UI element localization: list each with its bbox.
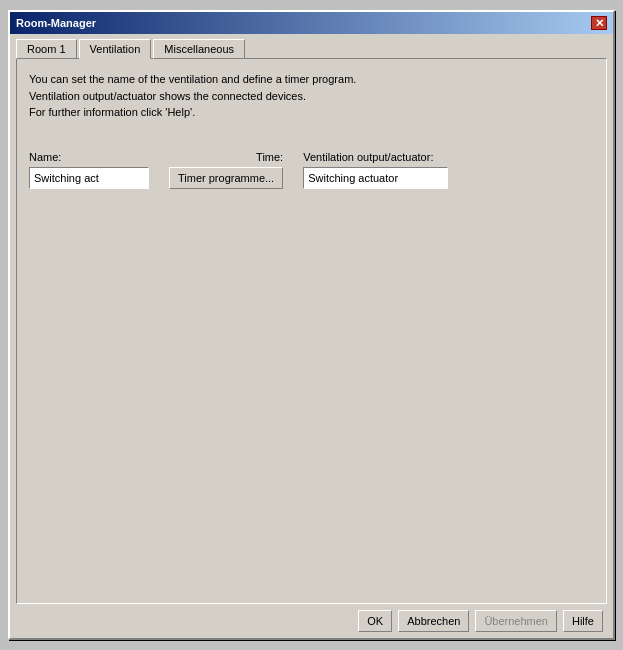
ok-button[interactable]: OK <box>358 610 392 632</box>
main-window: Room-Manager ✕ Room 1 Ventilation Miscel… <box>8 10 615 640</box>
time-label: Time: <box>256 151 283 163</box>
window-title: Room-Manager <box>16 17 96 29</box>
desc-line1: You can set the name of the ventilation … <box>29 71 594 88</box>
description: You can set the name of the ventilation … <box>29 71 594 121</box>
name-input[interactable] <box>29 167 149 189</box>
tab-content: You can set the name of the ventilation … <box>16 58 607 604</box>
actuator-label: Ventilation output/actuator: <box>303 151 448 163</box>
help-button[interactable]: Hilfe <box>563 610 603 632</box>
name-label: Name: <box>29 151 149 163</box>
apply-button[interactable]: Übernehmen <box>475 610 557 632</box>
tab-ventilation[interactable]: Ventilation <box>79 39 152 59</box>
close-button[interactable]: ✕ <box>591 16 607 30</box>
tab-bar: Room 1 Ventilation Miscellaneous <box>10 34 613 58</box>
fields-row: Name: Time: Timer programme... Ventilati… <box>29 151 594 189</box>
tab-room1[interactable]: Room 1 <box>16 39 77 59</box>
desc-line2: Ventilation output/actuator shows the co… <box>29 88 594 105</box>
bottom-bar: OK Abbrechen Übernehmen Hilfe <box>10 604 613 638</box>
titlebar: Room-Manager ✕ <box>10 12 613 34</box>
time-field-group: Time: Timer programme... <box>169 151 283 189</box>
timer-programme-button[interactable]: Timer programme... <box>169 167 283 189</box>
cancel-button[interactable]: Abbrechen <box>398 610 469 632</box>
actuator-field-group: Ventilation output/actuator: <box>303 151 448 189</box>
tab-miscellaneous[interactable]: Miscellaneous <box>153 39 245 59</box>
name-field-group: Name: <box>29 151 149 189</box>
actuator-input[interactable] <box>303 167 448 189</box>
desc-line3: For further information click 'Help'. <box>29 104 594 121</box>
